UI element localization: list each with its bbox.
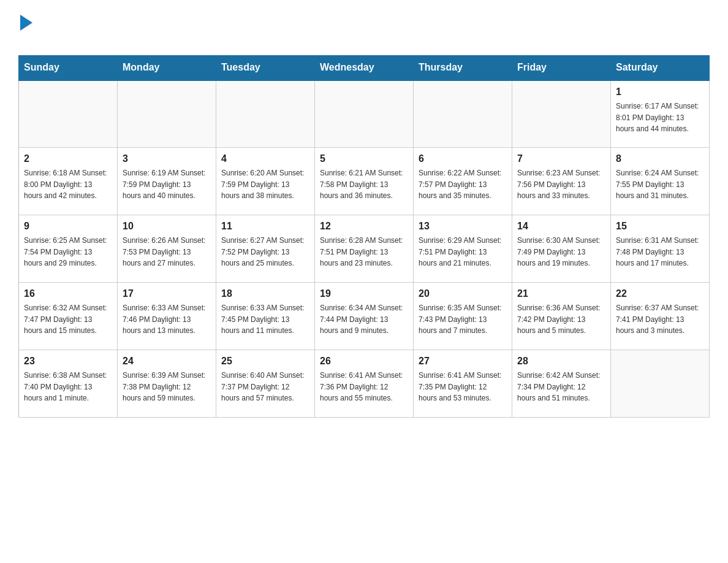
calendar-day-cell: 14Sunrise: 6:30 AM Sunset: 7:49 PM Dayli…	[512, 215, 611, 283]
day-number: 15	[616, 219, 704, 234]
weekday-header-friday: Friday	[512, 56, 611, 80]
weekday-header-sunday: Sunday	[19, 56, 118, 80]
day-info: Sunrise: 6:21 AM Sunset: 7:58 PM Dayligh…	[320, 167, 408, 202]
day-info: Sunrise: 6:27 AM Sunset: 7:52 PM Dayligh…	[221, 235, 309, 269]
day-number: 16	[24, 286, 112, 301]
calendar-day-cell: 20Sunrise: 6:35 AM Sunset: 7:43 PM Dayli…	[414, 283, 512, 350]
weekday-header-tuesday: Tuesday	[216, 56, 315, 80]
day-info: Sunrise: 6:37 AM Sunset: 7:41 PM Dayligh…	[616, 302, 704, 337]
calendar-day-cell	[216, 80, 315, 148]
day-info: Sunrise: 6:23 AM Sunset: 7:56 PM Dayligh…	[517, 167, 605, 202]
calendar-day-cell: 1Sunrise: 6:17 AM Sunset: 8:01 PM Daylig…	[611, 80, 710, 148]
day-info: Sunrise: 6:20 AM Sunset: 7:59 PM Dayligh…	[221, 167, 309, 202]
day-number: 20	[419, 286, 507, 301]
day-info: Sunrise: 6:35 AM Sunset: 7:43 PM Dayligh…	[419, 302, 507, 337]
calendar-day-cell: 24Sunrise: 6:39 AM Sunset: 7:38 PM Dayli…	[118, 350, 216, 418]
calendar-day-cell: 25Sunrise: 6:40 AM Sunset: 7:37 PM Dayli…	[216, 350, 315, 418]
calendar-day-cell: 23Sunrise: 6:38 AM Sunset: 7:40 PM Dayli…	[19, 350, 118, 418]
calendar-day-cell	[512, 80, 611, 148]
day-number: 12	[320, 219, 408, 234]
day-info: Sunrise: 6:26 AM Sunset: 7:53 PM Dayligh…	[123, 235, 211, 269]
calendar-day-cell: 22Sunrise: 6:37 AM Sunset: 7:41 PM Dayli…	[611, 283, 710, 350]
calendar-week-row: 2Sunrise: 6:18 AM Sunset: 8:00 PM Daylig…	[19, 148, 710, 215]
calendar-day-cell: 4Sunrise: 6:20 AM Sunset: 7:59 PM Daylig…	[216, 148, 315, 215]
day-info: Sunrise: 6:30 AM Sunset: 7:49 PM Dayligh…	[517, 235, 605, 269]
calendar-day-cell: 10Sunrise: 6:26 AM Sunset: 7:53 PM Dayli…	[118, 215, 216, 283]
day-number: 5	[320, 151, 408, 166]
day-info: Sunrise: 6:28 AM Sunset: 7:51 PM Dayligh…	[320, 235, 408, 269]
calendar-day-cell	[19, 80, 118, 148]
day-info: Sunrise: 6:25 AM Sunset: 7:54 PM Dayligh…	[24, 235, 112, 269]
weekday-header-row: SundayMondayTuesdayWednesdayThursdayFrid…	[19, 56, 710, 80]
calendar-week-row: 16Sunrise: 6:32 AM Sunset: 7:47 PM Dayli…	[19, 283, 710, 350]
calendar-day-cell: 6Sunrise: 6:22 AM Sunset: 7:57 PM Daylig…	[414, 148, 512, 215]
day-number: 23	[24, 354, 112, 369]
calendar-week-row: 23Sunrise: 6:38 AM Sunset: 7:40 PM Dayli…	[19, 350, 710, 418]
calendar-day-cell: 21Sunrise: 6:36 AM Sunset: 7:42 PM Dayli…	[512, 283, 611, 350]
calendar-day-cell: 19Sunrise: 6:34 AM Sunset: 7:44 PM Dayli…	[315, 283, 414, 350]
calendar-table: SundayMondayTuesdayWednesdayThursdayFrid…	[18, 55, 710, 418]
day-info: Sunrise: 6:42 AM Sunset: 7:34 PM Dayligh…	[517, 370, 605, 404]
day-info: Sunrise: 6:17 AM Sunset: 8:01 PM Dayligh…	[616, 101, 704, 135]
day-number: 10	[123, 219, 211, 234]
day-info: Sunrise: 6:18 AM Sunset: 8:00 PM Dayligh…	[24, 167, 112, 202]
day-number: 11	[221, 219, 309, 234]
calendar-day-cell	[315, 80, 414, 148]
logo-arrow-icon	[20, 15, 32, 31]
day-info: Sunrise: 6:22 AM Sunset: 7:57 PM Dayligh…	[419, 167, 507, 202]
calendar-day-cell: 16Sunrise: 6:32 AM Sunset: 7:47 PM Dayli…	[19, 283, 118, 350]
day-info: Sunrise: 6:41 AM Sunset: 7:36 PM Dayligh…	[320, 370, 408, 404]
day-number: 1	[616, 85, 704, 99]
calendar-day-cell: 3Sunrise: 6:19 AM Sunset: 7:59 PM Daylig…	[118, 148, 216, 215]
day-info: Sunrise: 6:33 AM Sunset: 7:46 PM Dayligh…	[123, 302, 211, 337]
calendar-week-row: 1Sunrise: 6:17 AM Sunset: 8:01 PM Daylig…	[19, 80, 710, 148]
day-number: 24	[123, 354, 211, 369]
calendar-day-cell: 15Sunrise: 6:31 AM Sunset: 7:48 PM Dayli…	[611, 215, 710, 283]
logo	[18, 15, 32, 49]
day-info: Sunrise: 6:36 AM Sunset: 7:42 PM Dayligh…	[517, 302, 605, 337]
day-number: 21	[517, 286, 605, 301]
day-info: Sunrise: 6:29 AM Sunset: 7:51 PM Dayligh…	[419, 235, 507, 269]
calendar-day-cell: 26Sunrise: 6:41 AM Sunset: 7:36 PM Dayli…	[315, 350, 414, 418]
calendar-day-cell: 28Sunrise: 6:42 AM Sunset: 7:34 PM Dayli…	[512, 350, 611, 418]
day-info: Sunrise: 6:34 AM Sunset: 7:44 PM Dayligh…	[320, 302, 408, 337]
calendar-day-cell	[118, 80, 216, 148]
day-number: 8	[616, 151, 704, 166]
weekday-header-thursday: Thursday	[414, 56, 512, 80]
day-number: 6	[419, 151, 507, 166]
day-info: Sunrise: 6:38 AM Sunset: 7:40 PM Dayligh…	[24, 370, 112, 404]
day-info: Sunrise: 6:33 AM Sunset: 7:45 PM Dayligh…	[221, 302, 309, 337]
calendar-day-cell: 8Sunrise: 6:24 AM Sunset: 7:55 PM Daylig…	[611, 148, 710, 215]
calendar-day-cell: 5Sunrise: 6:21 AM Sunset: 7:58 PM Daylig…	[315, 148, 414, 215]
day-number: 13	[419, 219, 507, 234]
weekday-header-monday: Monday	[118, 56, 216, 80]
day-info: Sunrise: 6:39 AM Sunset: 7:38 PM Dayligh…	[123, 370, 211, 404]
weekday-header-saturday: Saturday	[611, 56, 710, 80]
page-header	[18, 15, 710, 49]
day-number: 25	[221, 354, 309, 369]
day-info: Sunrise: 6:41 AM Sunset: 7:35 PM Dayligh…	[419, 370, 507, 404]
calendar-day-cell: 9Sunrise: 6:25 AM Sunset: 7:54 PM Daylig…	[19, 215, 118, 283]
day-info: Sunrise: 6:19 AM Sunset: 7:59 PM Dayligh…	[123, 167, 211, 202]
day-number: 3	[123, 151, 211, 166]
calendar-day-cell	[611, 350, 710, 418]
day-number: 22	[616, 286, 704, 301]
day-number: 2	[24, 151, 112, 166]
day-info: Sunrise: 6:24 AM Sunset: 7:55 PM Dayligh…	[616, 167, 704, 202]
calendar-day-cell: 11Sunrise: 6:27 AM Sunset: 7:52 PM Dayli…	[216, 215, 315, 283]
day-number: 14	[517, 219, 605, 234]
calendar-day-cell	[414, 80, 512, 148]
day-info: Sunrise: 6:31 AM Sunset: 7:48 PM Dayligh…	[616, 235, 704, 269]
calendar-week-row: 9Sunrise: 6:25 AM Sunset: 7:54 PM Daylig…	[19, 215, 710, 283]
day-number: 17	[123, 286, 211, 301]
calendar-day-cell: 13Sunrise: 6:29 AM Sunset: 7:51 PM Dayli…	[414, 215, 512, 283]
day-number: 18	[221, 286, 309, 301]
day-number: 26	[320, 354, 408, 369]
weekday-header-wednesday: Wednesday	[315, 56, 414, 80]
day-info: Sunrise: 6:32 AM Sunset: 7:47 PM Dayligh…	[24, 302, 112, 337]
calendar-day-cell: 2Sunrise: 6:18 AM Sunset: 8:00 PM Daylig…	[19, 148, 118, 215]
day-info: Sunrise: 6:40 AM Sunset: 7:37 PM Dayligh…	[221, 370, 309, 404]
day-number: 4	[221, 151, 309, 166]
day-number: 19	[320, 286, 408, 301]
calendar-day-cell: 7Sunrise: 6:23 AM Sunset: 7:56 PM Daylig…	[512, 148, 611, 215]
